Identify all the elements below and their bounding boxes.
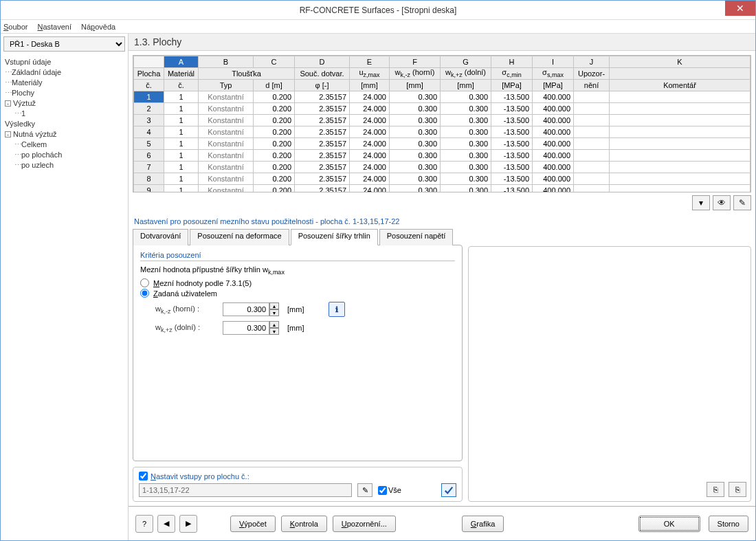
table-row[interactable]: 91Konstantní0.2002.3515724.0000.3000.300… <box>134 185 751 193</box>
col-letter[interactable] <box>134 56 164 68</box>
cell[interactable]: 0.200 <box>254 173 295 185</box>
col-letter[interactable]: E <box>350 56 390 68</box>
radio-user-input[interactable] <box>140 289 149 298</box>
tab-dotvarovani[interactable]: Dotvarování <box>133 229 188 245</box>
cell[interactable]: 7 <box>134 162 164 173</box>
cell[interactable]: -13.500 <box>491 103 533 115</box>
col-subheader[interactable]: d [m] <box>254 80 295 91</box>
cell[interactable]: Konstantní <box>199 138 254 150</box>
col-letter[interactable]: D <box>295 56 350 68</box>
filter-button[interactable]: ▾ <box>692 195 710 210</box>
col-header[interactable]: wk,+z (dolní) <box>441 68 491 80</box>
cell[interactable]: 0.300 <box>390 103 441 115</box>
cell[interactable] <box>574 103 610 115</box>
table-row[interactable]: 31Konstantní0.2002.3515724.0000.3000.300… <box>134 115 751 126</box>
radio-user[interactable]: Zadaná uživatelem <box>140 289 455 298</box>
prev-button[interactable]: ◀ <box>157 515 175 533</box>
cell[interactable] <box>574 150 610 162</box>
col-letter[interactable]: C <box>254 56 295 68</box>
cell[interactable]: 0.300 <box>441 126 491 138</box>
cell[interactable]: 9 <box>134 185 164 193</box>
col-subheader[interactable]: nění <box>574 80 610 91</box>
cell[interactable]: 2.35157 <box>295 103 350 115</box>
cell[interactable]: -13.500 <box>491 185 533 193</box>
help-button[interactable]: ? <box>135 515 153 533</box>
cell[interactable]: 1 <box>164 138 199 150</box>
cell[interactable]: 0.300 <box>390 185 441 193</box>
col-header[interactable]: wk,-z (horní) <box>390 68 441 80</box>
grafika-button[interactable]: Grafika <box>462 516 504 532</box>
col-subheader[interactable]: [mm] <box>441 80 491 91</box>
cell[interactable]: 2.35157 <box>295 173 350 185</box>
radio-7315[interactable]: Mezní hodnoty podle 7.3.1(5) <box>140 278 455 287</box>
tree-celkem[interactable]: Celkem <box>21 140 47 148</box>
cell[interactable] <box>610 185 751 193</box>
cell[interactable]: 0.300 <box>441 150 491 162</box>
col-header[interactable] <box>610 68 751 80</box>
tree-toggle-vyztuz[interactable]: - <box>5 100 11 107</box>
cell[interactable]: Konstantní <box>199 115 254 126</box>
col-subheader[interactable]: φ [-] <box>295 80 350 91</box>
table-row[interactable]: 21Konstantní0.2002.3515724.0000.3000.300… <box>134 103 751 115</box>
cell[interactable]: 24.000 <box>350 91 390 103</box>
wk2-up[interactable]: ▲ <box>269 321 279 328</box>
all-checkbox-wrapper[interactable]: Vše <box>378 486 401 495</box>
tree-nutna[interactable]: Nutná výztuž <box>13 130 57 138</box>
cell[interactable]: Konstantní <box>199 150 254 162</box>
cell[interactable]: Konstantní <box>199 103 254 115</box>
cell[interactable]: 0.200 <box>254 115 295 126</box>
col-letter[interactable]: B <box>199 56 254 68</box>
cell[interactable] <box>574 138 610 150</box>
cell[interactable]: 0.300 <box>390 150 441 162</box>
tree-vyztuz-1[interactable]: 1 <box>21 109 25 118</box>
cell[interactable]: 2.35157 <box>295 185 350 193</box>
cell[interactable]: 2.35157 <box>295 138 350 150</box>
cell[interactable]: 2.35157 <box>295 162 350 173</box>
cell[interactable] <box>574 126 610 138</box>
warn-button[interactable]: Upozornění... <box>333 516 396 532</box>
cell[interactable]: 2.35157 <box>295 115 350 126</box>
cell[interactable]: 0.300 <box>390 115 441 126</box>
cell[interactable]: 400.000 <box>533 185 574 193</box>
col-subheader[interactable]: Typ <box>199 80 254 91</box>
table-plochy[interactable]: ABCDEFGHIJK PlochaMateriálTloušťkaSouč. … <box>133 55 751 192</box>
case-selector[interactable]: PŘ1 - Deska B <box>3 36 125 52</box>
col-letter[interactable]: H <box>491 56 533 68</box>
col-letter[interactable]: A <box>164 56 199 68</box>
tree-toggle-nutna[interactable]: - <box>5 131 11 137</box>
cell[interactable]: 0.300 <box>390 173 441 185</box>
wk1-up[interactable]: ▲ <box>269 302 279 309</box>
menu-soubor[interactable]: Soubor <box>3 23 27 31</box>
col-subheader[interactable]: č. <box>134 80 164 91</box>
tree-vyztuz[interactable]: Výztuž <box>13 99 36 107</box>
cell[interactable]: 24.000 <box>350 150 390 162</box>
col-subheader[interactable]: Komentář <box>610 80 751 91</box>
cell[interactable]: 1 <box>164 185 199 193</box>
surface-range-input[interactable] <box>139 483 352 497</box>
tree-pouzlech[interactable]: po uzlech <box>21 161 54 169</box>
cell[interactable]: 0.300 <box>441 103 491 115</box>
cell[interactable]: 4 <box>134 126 164 138</box>
copy-btn-1[interactable]: ⎘ <box>707 482 724 497</box>
cell[interactable]: 0.300 <box>441 162 491 173</box>
wk2-down[interactable]: ▼ <box>269 328 279 335</box>
tree-plochy[interactable]: Plochy <box>12 89 34 97</box>
cell[interactable]: 24.000 <box>350 138 390 150</box>
cell[interactable]: 0.300 <box>441 138 491 150</box>
next-button[interactable]: ▶ <box>179 515 197 533</box>
cell[interactable] <box>574 185 610 193</box>
cell[interactable] <box>610 162 751 173</box>
cell[interactable]: 1 <box>164 126 199 138</box>
cell[interactable]: Konstantní <box>199 91 254 103</box>
check-button[interactable]: Kontrola <box>281 516 327 532</box>
col-letter[interactable]: J <box>574 56 610 68</box>
tab-trhliny[interactable]: Posouzení šířky trhlin <box>291 229 378 245</box>
table-row[interactable]: 61Konstantní0.2002.3515724.0000.3000.300… <box>134 150 751 162</box>
cell[interactable]: 2 <box>134 103 164 115</box>
cell[interactable]: 0.300 <box>390 138 441 150</box>
cell[interactable]: 24.000 <box>350 126 390 138</box>
cell[interactable]: 400.000 <box>533 173 574 185</box>
cell[interactable]: 24.000 <box>350 173 390 185</box>
cell[interactable]: Konstantní <box>199 162 254 173</box>
cell[interactable]: 1 <box>164 173 199 185</box>
